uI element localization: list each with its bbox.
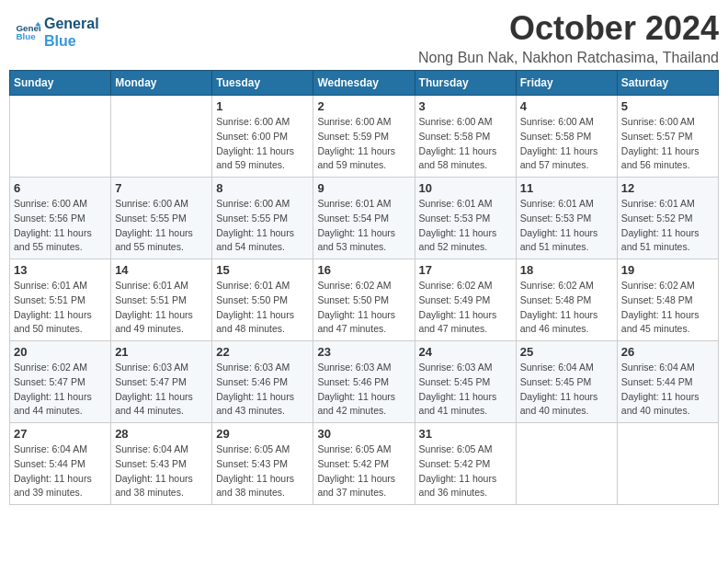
week-row-1: 1Sunrise: 6:00 AMSunset: 6:00 PMDaylight… bbox=[10, 96, 719, 178]
calendar-cell: 22Sunrise: 6:03 AMSunset: 5:46 PMDayligh… bbox=[212, 341, 313, 423]
day-info: Sunrise: 6:02 AMSunset: 5:50 PMDaylight:… bbox=[317, 279, 410, 337]
day-number: 14 bbox=[115, 263, 208, 277]
day-number: 10 bbox=[419, 181, 512, 195]
day-number: 21 bbox=[115, 345, 208, 359]
calendar-cell: 7Sunrise: 6:00 AMSunset: 5:55 PMDaylight… bbox=[111, 178, 212, 259]
calendar-cell: 16Sunrise: 6:02 AMSunset: 5:50 PMDayligh… bbox=[313, 259, 415, 341]
day-info: Sunrise: 6:03 AMSunset: 5:46 PMDaylight:… bbox=[317, 361, 410, 419]
column-header-saturday: Saturday bbox=[617, 71, 718, 96]
calendar-cell: 1Sunrise: 6:00 AMSunset: 6:00 PMDaylight… bbox=[212, 96, 313, 178]
column-header-wednesday: Wednesday bbox=[313, 71, 415, 96]
calendar-cell: 6Sunrise: 6:00 AMSunset: 5:56 PMDaylight… bbox=[10, 178, 111, 259]
calendar-table: SundayMondayTuesdayWednesdayThursdayFrid… bbox=[9, 70, 719, 505]
calendar-cell: 30Sunrise: 6:05 AMSunset: 5:42 PMDayligh… bbox=[313, 423, 415, 505]
day-number: 13 bbox=[14, 263, 107, 277]
calendar-cell bbox=[111, 96, 212, 178]
day-number: 12 bbox=[621, 181, 714, 195]
calendar-cell: 26Sunrise: 6:04 AMSunset: 5:44 PMDayligh… bbox=[617, 341, 718, 423]
day-info: Sunrise: 6:03 AMSunset: 5:47 PMDaylight:… bbox=[115, 361, 208, 419]
day-info: Sunrise: 6:05 AMSunset: 5:42 PMDaylight:… bbox=[317, 442, 410, 500]
day-info: Sunrise: 6:00 AMSunset: 5:56 PMDaylight:… bbox=[14, 197, 107, 255]
calendar-cell: 4Sunrise: 6:00 AMSunset: 5:58 PMDaylight… bbox=[516, 96, 617, 178]
calendar-body: 1Sunrise: 6:00 AMSunset: 6:00 PMDaylight… bbox=[10, 96, 719, 505]
calendar-cell: 11Sunrise: 6:01 AMSunset: 5:53 PMDayligh… bbox=[516, 178, 617, 259]
column-header-monday: Monday bbox=[111, 71, 212, 96]
day-info: Sunrise: 6:02 AMSunset: 5:48 PMDaylight:… bbox=[520, 279, 613, 337]
day-number: 19 bbox=[621, 263, 714, 277]
calendar-cell: 12Sunrise: 6:01 AMSunset: 5:52 PMDayligh… bbox=[617, 178, 718, 259]
header: General Blue General Blue October 2024 N… bbox=[9, 9, 719, 66]
day-number: 25 bbox=[520, 345, 613, 359]
day-info: Sunrise: 6:00 AMSunset: 5:58 PMDaylight:… bbox=[419, 115, 512, 173]
calendar-cell: 21Sunrise: 6:03 AMSunset: 5:47 PMDayligh… bbox=[111, 341, 212, 423]
calendar-cell: 27Sunrise: 6:04 AMSunset: 5:44 PMDayligh… bbox=[10, 423, 111, 505]
calendar-cell: 18Sunrise: 6:02 AMSunset: 5:48 PMDayligh… bbox=[516, 259, 617, 341]
day-info: Sunrise: 6:03 AMSunset: 5:45 PMDaylight:… bbox=[419, 361, 512, 419]
day-info: Sunrise: 6:00 AMSunset: 5:55 PMDaylight:… bbox=[216, 197, 309, 255]
day-info: Sunrise: 6:01 AMSunset: 5:50 PMDaylight:… bbox=[216, 279, 309, 337]
day-number: 18 bbox=[520, 263, 613, 277]
calendar-cell: 2Sunrise: 6:00 AMSunset: 5:59 PMDaylight… bbox=[313, 96, 415, 178]
calendar-cell: 17Sunrise: 6:02 AMSunset: 5:49 PMDayligh… bbox=[415, 259, 516, 341]
day-number: 31 bbox=[419, 427, 512, 441]
calendar-cell: 13Sunrise: 6:01 AMSunset: 5:51 PMDayligh… bbox=[10, 259, 111, 341]
day-info: Sunrise: 6:00 AMSunset: 5:58 PMDaylight:… bbox=[520, 115, 613, 173]
column-header-thursday: Thursday bbox=[415, 71, 516, 96]
day-info: Sunrise: 6:03 AMSunset: 5:46 PMDaylight:… bbox=[216, 361, 309, 419]
calendar-cell bbox=[617, 423, 718, 505]
day-info: Sunrise: 6:01 AMSunset: 5:52 PMDaylight:… bbox=[621, 197, 714, 255]
column-header-sunday: Sunday bbox=[10, 71, 111, 96]
day-number: 11 bbox=[520, 181, 613, 195]
calendar-cell: 25Sunrise: 6:04 AMSunset: 5:45 PMDayligh… bbox=[516, 341, 617, 423]
week-row-5: 27Sunrise: 6:04 AMSunset: 5:44 PMDayligh… bbox=[10, 423, 719, 505]
day-info: Sunrise: 6:02 AMSunset: 5:49 PMDaylight:… bbox=[419, 279, 512, 337]
day-number: 24 bbox=[419, 345, 512, 359]
day-info: Sunrise: 6:05 AMSunset: 5:43 PMDaylight:… bbox=[216, 442, 309, 500]
calendar-cell: 20Sunrise: 6:02 AMSunset: 5:47 PMDayligh… bbox=[10, 341, 111, 423]
calendar-cell: 14Sunrise: 6:01 AMSunset: 5:51 PMDayligh… bbox=[111, 259, 212, 341]
day-info: Sunrise: 6:00 AMSunset: 5:59 PMDaylight:… bbox=[317, 115, 410, 173]
day-number: 20 bbox=[14, 345, 107, 359]
calendar-cell: 19Sunrise: 6:02 AMSunset: 5:48 PMDayligh… bbox=[617, 259, 718, 341]
day-number: 17 bbox=[419, 263, 512, 277]
calendar-cell: 10Sunrise: 6:01 AMSunset: 5:53 PMDayligh… bbox=[415, 178, 516, 259]
day-info: Sunrise: 6:04 AMSunset: 5:44 PMDaylight:… bbox=[14, 442, 107, 500]
day-number: 5 bbox=[621, 99, 714, 113]
day-info: Sunrise: 6:05 AMSunset: 5:42 PMDaylight:… bbox=[419, 442, 512, 500]
day-info: Sunrise: 6:01 AMSunset: 5:51 PMDaylight:… bbox=[115, 279, 208, 337]
calendar-cell: 5Sunrise: 6:00 AMSunset: 5:57 PMDaylight… bbox=[617, 96, 718, 178]
month-title: October 2024 bbox=[105, 9, 719, 48]
day-number: 23 bbox=[317, 345, 410, 359]
calendar-cell bbox=[516, 423, 617, 505]
day-number: 4 bbox=[520, 99, 613, 113]
day-info: Sunrise: 6:01 AMSunset: 5:53 PMDaylight:… bbox=[419, 197, 512, 255]
location-title: Nong Bun Nak, Nakhon Ratchasima, Thailan… bbox=[105, 50, 719, 66]
title-area: October 2024 Nong Bun Nak, Nakhon Ratcha… bbox=[105, 9, 719, 66]
day-number: 15 bbox=[216, 263, 309, 277]
day-info: Sunrise: 6:01 AMSunset: 5:54 PMDaylight:… bbox=[317, 197, 410, 255]
calendar-cell: 3Sunrise: 6:00 AMSunset: 5:58 PMDaylight… bbox=[415, 96, 516, 178]
day-info: Sunrise: 6:02 AMSunset: 5:48 PMDaylight:… bbox=[621, 279, 714, 337]
day-number: 1 bbox=[216, 99, 309, 113]
day-info: Sunrise: 6:04 AMSunset: 5:43 PMDaylight:… bbox=[115, 442, 208, 500]
calendar-cell bbox=[10, 96, 111, 178]
day-number: 30 bbox=[317, 427, 410, 441]
week-row-2: 6Sunrise: 6:00 AMSunset: 5:56 PMDaylight… bbox=[10, 178, 719, 259]
day-number: 26 bbox=[621, 345, 714, 359]
column-header-friday: Friday bbox=[516, 71, 617, 96]
calendar-cell: 15Sunrise: 6:01 AMSunset: 5:50 PMDayligh… bbox=[212, 259, 313, 341]
day-info: Sunrise: 6:01 AMSunset: 5:53 PMDaylight:… bbox=[520, 197, 613, 255]
day-number: 28 bbox=[115, 427, 208, 441]
day-info: Sunrise: 6:00 AMSunset: 5:57 PMDaylight:… bbox=[621, 115, 714, 173]
day-info: Sunrise: 6:01 AMSunset: 5:51 PMDaylight:… bbox=[14, 279, 107, 337]
calendar-cell: 9Sunrise: 6:01 AMSunset: 5:54 PMDaylight… bbox=[313, 178, 415, 259]
day-number: 8 bbox=[216, 181, 309, 195]
day-number: 2 bbox=[317, 99, 410, 113]
day-info: Sunrise: 6:00 AMSunset: 5:55 PMDaylight:… bbox=[115, 197, 208, 255]
week-row-4: 20Sunrise: 6:02 AMSunset: 5:47 PMDayligh… bbox=[10, 341, 719, 423]
calendar-cell: 31Sunrise: 6:05 AMSunset: 5:42 PMDayligh… bbox=[415, 423, 516, 505]
day-number: 9 bbox=[317, 181, 410, 195]
calendar-cell: 29Sunrise: 6:05 AMSunset: 5:43 PMDayligh… bbox=[212, 423, 313, 505]
logo: General Blue General Blue bbox=[9, 9, 105, 55]
week-row-3: 13Sunrise: 6:01 AMSunset: 5:51 PMDayligh… bbox=[10, 259, 719, 341]
